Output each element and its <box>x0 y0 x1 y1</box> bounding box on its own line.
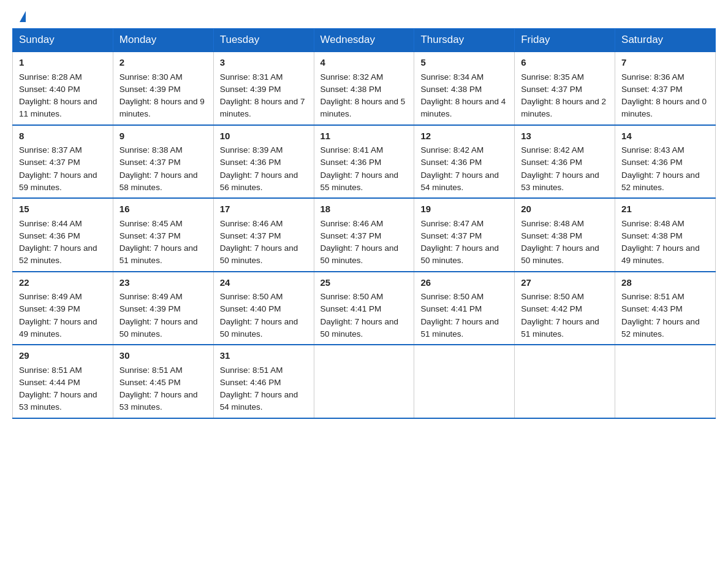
week-row-5: 29Sunrise: 8:51 AMSunset: 4:44 PMDayligh… <box>13 345 716 418</box>
day-number: 5 <box>420 56 508 70</box>
day-number: 15 <box>19 202 107 216</box>
calendar-cell: 3Sunrise: 8:31 AMSunset: 4:39 PMDaylight… <box>213 52 314 125</box>
day-number: 8 <box>19 129 107 144</box>
calendar-cell: 21Sunrise: 8:48 AMSunset: 4:38 PMDayligh… <box>615 198 716 272</box>
calendar-cell: 12Sunrise: 8:42 AMSunset: 4:36 PMDayligh… <box>414 125 515 199</box>
column-header-friday: Friday <box>515 29 615 52</box>
day-number: 25 <box>320 276 408 290</box>
day-number: 17 <box>220 202 308 216</box>
day-number: 3 <box>220 56 308 70</box>
calendar-cell: 16Sunrise: 8:45 AMSunset: 4:37 PMDayligh… <box>113 198 213 272</box>
day-number: 6 <box>521 56 609 70</box>
day-number: 29 <box>19 349 107 363</box>
day-number: 1 <box>19 56 107 70</box>
day-number: 11 <box>320 129 408 144</box>
calendar-cell: 27Sunrise: 8:50 AMSunset: 4:42 PMDayligh… <box>515 272 615 345</box>
week-row-1: 1Sunrise: 8:28 AMSunset: 4:40 PMDaylight… <box>13 52 716 125</box>
column-header-sunday: Sunday <box>13 29 113 52</box>
calendar-cell: 18Sunrise: 8:46 AMSunset: 4:37 PMDayligh… <box>314 198 414 272</box>
calendar-cell: 25Sunrise: 8:50 AMSunset: 4:41 PMDayligh… <box>314 272 414 345</box>
calendar-cell: 8Sunrise: 8:37 AMSunset: 4:37 PMDaylight… <box>13 125 113 199</box>
calendar-header-row: SundayMondayTuesdayWednesdayThursdayFrid… <box>13 29 716 52</box>
day-number: 9 <box>119 129 207 144</box>
calendar-cell: 31Sunrise: 8:51 AMSunset: 4:46 PMDayligh… <box>213 345 314 418</box>
calendar-cell: 2Sunrise: 8:30 AMSunset: 4:39 PMDaylight… <box>113 52 213 125</box>
calendar-cell: 19Sunrise: 8:47 AMSunset: 4:37 PMDayligh… <box>414 198 515 272</box>
calendar-cell: 29Sunrise: 8:51 AMSunset: 4:44 PMDayligh… <box>13 345 113 418</box>
calendar-table: SundayMondayTuesdayWednesdayThursdayFrid… <box>12 28 716 419</box>
calendar-cell <box>314 345 414 418</box>
calendar-cell: 11Sunrise: 8:41 AMSunset: 4:36 PMDayligh… <box>314 125 414 199</box>
day-number: 26 <box>420 276 508 290</box>
calendar-cell: 22Sunrise: 8:49 AMSunset: 4:39 PMDayligh… <box>13 272 113 345</box>
day-number: 2 <box>119 56 207 70</box>
page-header <box>0 0 728 28</box>
day-number: 19 <box>420 202 508 216</box>
calendar-cell: 20Sunrise: 8:48 AMSunset: 4:38 PMDayligh… <box>515 198 615 272</box>
day-number: 30 <box>119 349 207 363</box>
calendar-cell: 15Sunrise: 8:44 AMSunset: 4:36 PMDayligh… <box>13 198 113 272</box>
day-number: 10 <box>220 129 308 144</box>
calendar-cell: 23Sunrise: 8:49 AMSunset: 4:39 PMDayligh… <box>113 272 213 345</box>
column-header-saturday: Saturday <box>615 29 716 52</box>
calendar-cell: 1Sunrise: 8:28 AMSunset: 4:40 PMDaylight… <box>13 52 113 125</box>
day-number: 20 <box>521 202 609 216</box>
day-number: 24 <box>220 276 308 290</box>
logo <box>18 11 26 22</box>
column-header-wednesday: Wednesday <box>314 29 414 52</box>
calendar-cell: 5Sunrise: 8:34 AMSunset: 4:38 PMDaylight… <box>414 52 515 125</box>
column-header-tuesday: Tuesday <box>213 29 314 52</box>
calendar-cell: 24Sunrise: 8:50 AMSunset: 4:40 PMDayligh… <box>213 272 314 345</box>
day-number: 12 <box>420 129 508 144</box>
calendar-cell <box>615 345 716 418</box>
day-number: 4 <box>320 56 408 70</box>
calendar-cell: 13Sunrise: 8:42 AMSunset: 4:36 PMDayligh… <box>515 125 615 199</box>
day-number: 31 <box>220 349 308 363</box>
day-number: 7 <box>621 56 709 70</box>
calendar-cell: 4Sunrise: 8:32 AMSunset: 4:38 PMDaylight… <box>314 52 414 125</box>
calendar-cell: 7Sunrise: 8:36 AMSunset: 4:37 PMDaylight… <box>615 52 716 125</box>
column-header-thursday: Thursday <box>414 29 515 52</box>
day-number: 21 <box>621 202 709 216</box>
column-header-monday: Monday <box>113 29 213 52</box>
calendar-cell: 28Sunrise: 8:51 AMSunset: 4:43 PMDayligh… <box>615 272 716 345</box>
calendar-cell: 26Sunrise: 8:50 AMSunset: 4:41 PMDayligh… <box>414 272 515 345</box>
week-row-2: 8Sunrise: 8:37 AMSunset: 4:37 PMDaylight… <box>13 125 716 199</box>
day-number: 27 <box>521 276 609 290</box>
day-number: 14 <box>621 129 709 144</box>
calendar-cell <box>515 345 615 418</box>
day-number: 16 <box>119 202 207 216</box>
week-row-3: 15Sunrise: 8:44 AMSunset: 4:36 PMDayligh… <box>13 198 716 272</box>
calendar-cell: 9Sunrise: 8:38 AMSunset: 4:37 PMDaylight… <box>113 125 213 199</box>
day-number: 28 <box>621 276 709 290</box>
week-row-4: 22Sunrise: 8:49 AMSunset: 4:39 PMDayligh… <box>13 272 716 345</box>
calendar-cell: 30Sunrise: 8:51 AMSunset: 4:45 PMDayligh… <box>113 345 213 418</box>
calendar-cell: 10Sunrise: 8:39 AMSunset: 4:36 PMDayligh… <box>213 125 314 199</box>
logo-triangle-icon <box>20 11 26 22</box>
day-number: 18 <box>320 202 408 216</box>
day-number: 22 <box>19 276 107 290</box>
day-number: 13 <box>521 129 609 144</box>
calendar-cell: 17Sunrise: 8:46 AMSunset: 4:37 PMDayligh… <box>213 198 314 272</box>
calendar-cell: 14Sunrise: 8:43 AMSunset: 4:36 PMDayligh… <box>615 125 716 199</box>
calendar-cell <box>414 345 515 418</box>
calendar-cell: 6Sunrise: 8:35 AMSunset: 4:37 PMDaylight… <box>515 52 615 125</box>
day-number: 23 <box>119 276 207 290</box>
